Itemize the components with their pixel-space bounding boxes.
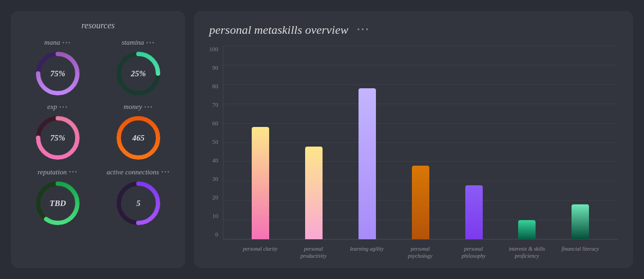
gauge-value-active-connections: 5 xyxy=(136,198,141,208)
resources-grid: mana•••75%stamina•••25%exp•••75%money•••… xyxy=(20,38,177,162)
resource-item-active-connections: active connections•••5 xyxy=(100,168,177,228)
menu-dots-exp[interactable]: ••• xyxy=(59,104,69,110)
bar-label-4: personal philosophy xyxy=(452,242,495,259)
bar-label-0: personal clarity xyxy=(238,242,282,259)
resource-label-money: money••• xyxy=(124,102,153,111)
resource-label-stamina: stamina••• xyxy=(121,38,155,47)
bar-label-2: learning agility xyxy=(345,242,388,259)
menu-dots-mana[interactable]: ••• xyxy=(62,40,71,46)
bar-2 xyxy=(359,88,376,239)
chart-title: personal metaskills overview xyxy=(209,23,348,37)
menu-dots-active-connections[interactable]: ••• xyxy=(161,169,171,175)
gauge-exp: 75% xyxy=(33,113,82,162)
resource-item-mana: mana•••75% xyxy=(20,38,96,98)
y-axis-label: 60 xyxy=(212,120,218,126)
y-axis-label: 80 xyxy=(212,83,218,89)
chart-area: 1009080706050403020100 personal clarityp… xyxy=(209,46,618,259)
menu-dots-money[interactable]: ••• xyxy=(144,104,154,110)
bar-label-5: interests & skills proficiency xyxy=(505,242,549,259)
bar-label-3: personal psychology xyxy=(398,242,442,259)
chart-menu-dots[interactable]: ••• xyxy=(357,26,370,34)
resource-item-exp: exp•••75% xyxy=(20,102,96,162)
x-labels: personal claritypersonal productivitylea… xyxy=(223,240,618,259)
bar-4 xyxy=(465,185,483,239)
gauge-stamina: 25% xyxy=(114,49,163,98)
y-axis-label: 70 xyxy=(212,101,218,108)
resource-label-reputation: reputation••• xyxy=(38,168,78,177)
bar-label-6: financial literacy xyxy=(558,242,602,259)
menu-dots-stamina[interactable]: ••• xyxy=(146,40,155,46)
gauge-reputation: TBD xyxy=(33,179,82,228)
menu-dots-reputation[interactable]: ••• xyxy=(69,169,78,175)
chart-body: personal claritypersonal productivitylea… xyxy=(223,46,618,259)
bar-6 xyxy=(572,204,589,239)
y-axis-label: 40 xyxy=(212,157,218,163)
resource-item-money: money•••465 xyxy=(100,102,177,162)
gauge-value-exp: 75% xyxy=(50,134,65,143)
resource-item-reputation: reputation•••TBD xyxy=(20,168,96,228)
gauge-money: 465 xyxy=(114,113,163,162)
gauge-value-money: 465 xyxy=(132,134,145,143)
y-axis-label: 10 xyxy=(212,213,218,219)
y-axis-label: 100 xyxy=(209,46,218,52)
metaskills-panel: personal metaskills overview ••• 1009080… xyxy=(194,11,633,268)
y-axis-label: 30 xyxy=(212,175,218,182)
gauge-mana: 75% xyxy=(33,49,82,98)
resource-label-active-connections: active connections••• xyxy=(107,168,171,177)
gauge-value-stamina: 25% xyxy=(131,69,146,78)
bar-3 xyxy=(412,166,429,239)
bar-label-1: personal productivity xyxy=(291,242,335,259)
bars-row xyxy=(223,46,618,239)
dashboard: resources mana•••75%stamina•••25%exp•••7… xyxy=(0,0,644,279)
gauge-value-reputation: TBD xyxy=(50,198,66,208)
resources-panel: resources mana•••75%stamina•••25%exp•••7… xyxy=(11,11,185,268)
resources-title: resources xyxy=(20,21,177,31)
y-axis-label: 0 xyxy=(215,231,218,238)
resource-label-exp: exp••• xyxy=(47,102,69,111)
y-axis-label: 90 xyxy=(212,64,218,71)
resources-bottom: reputation•••TBDactive connections•••5 xyxy=(20,168,177,228)
bar-1 xyxy=(305,147,323,239)
y-axis: 1009080706050403020100 xyxy=(209,46,223,259)
bar-5 xyxy=(518,220,536,240)
gauge-active-connections: 5 xyxy=(114,179,163,228)
resource-item-stamina: stamina•••25% xyxy=(100,38,177,98)
resource-label-mana: mana••• xyxy=(44,38,71,47)
chart-header: personal metaskills overview ••• xyxy=(209,23,618,37)
y-axis-label: 20 xyxy=(212,194,218,201)
y-axis-label: 50 xyxy=(212,138,218,145)
gauge-value-mana: 75% xyxy=(50,69,65,78)
chart-bars-container xyxy=(223,46,618,240)
bar-0 xyxy=(252,127,269,239)
